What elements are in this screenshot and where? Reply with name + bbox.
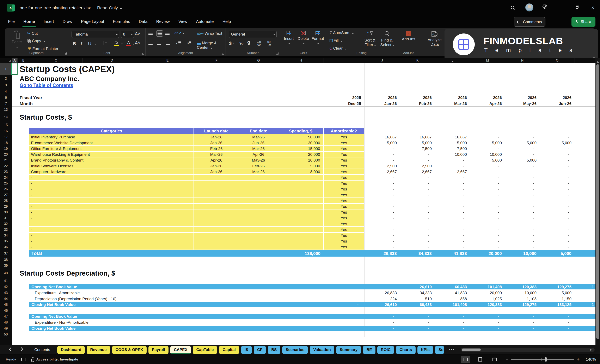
table-cell-category[interactable]: - bbox=[29, 181, 194, 186]
monthly-value[interactable]: - bbox=[505, 215, 540, 221]
table-cell-launch-date[interactable] bbox=[194, 244, 239, 250]
row-header-7[interactable]: 7 bbox=[0, 101, 12, 107]
table-cell-amortizable[interactable]: Yes bbox=[324, 192, 364, 198]
menu-tab-home[interactable]: Home bbox=[19, 16, 39, 28]
decrease-font-icon[interactable]: A˅ bbox=[135, 40, 141, 46]
monthly-value[interactable]: - bbox=[470, 163, 505, 169]
table-cell-category[interactable]: - bbox=[29, 244, 194, 250]
monthly-value[interactable]: - bbox=[400, 215, 435, 221]
row-header-4[interactable]: 4 bbox=[0, 88, 12, 95]
table-cell-amortizable[interactable]: Yes bbox=[324, 204, 364, 209]
table-cell-category[interactable]: - bbox=[29, 227, 194, 233]
cut-button[interactable]: ✂ Cut bbox=[27, 31, 38, 36]
monthly-value[interactable]: 5,000 bbox=[400, 140, 435, 146]
table-cell-launch-date[interactable] bbox=[194, 204, 239, 209]
table-cell-end-date[interactable] bbox=[239, 244, 278, 250]
monthly-value[interactable]: - bbox=[435, 198, 470, 204]
table-cell-category[interactable]: - bbox=[29, 221, 194, 227]
table-of-contents-link[interactable]: Go to Table of Contents bbox=[20, 82, 185, 88]
bottom-align-icon[interactable] bbox=[165, 31, 169, 36]
row-header-24[interactable]: 24 bbox=[0, 175, 12, 181]
table-cell-amortizable[interactable]: Yes bbox=[324, 140, 364, 146]
column-header-B[interactable]: B bbox=[18, 58, 29, 63]
row-header-28[interactable]: 28 bbox=[0, 198, 12, 204]
total-monthly-value[interactable]: 5,000 bbox=[540, 250, 575, 257]
monthly-value[interactable]: - bbox=[400, 198, 435, 204]
row-header-50[interactable]: 50 bbox=[0, 331, 12, 337]
monthly-value[interactable]: - bbox=[400, 175, 435, 181]
table-cell-spending[interactable] bbox=[278, 181, 324, 186]
table-cell-launch-date[interactable] bbox=[194, 175, 239, 181]
user-avatar[interactable] bbox=[525, 3, 534, 12]
accessibility-status[interactable]: Accessibility: Investigate bbox=[31, 357, 78, 362]
sheet-tab-is[interactable]: IS bbox=[241, 346, 252, 354]
workbook-statistics-icon[interactable] bbox=[21, 358, 25, 361]
total-monthly-value[interactable]: 20,000 bbox=[470, 250, 505, 257]
monthly-value[interactable]: - bbox=[470, 192, 505, 198]
analyze-data-button[interactable]: Analyze Data bbox=[425, 31, 444, 47]
table-header-categories[interactable]: Categories bbox=[29, 128, 194, 134]
fiscal-year-value[interactable]: 2025 bbox=[324, 95, 364, 101]
row-header-41[interactable]: 41 bbox=[0, 278, 12, 284]
middle-align-icon[interactable] bbox=[156, 30, 163, 36]
currency-format-icon[interactable]: $ bbox=[229, 41, 234, 46]
sheet-tab-cf[interactable]: CF bbox=[254, 346, 266, 354]
delete-cells-button[interactable]: Delete bbox=[297, 31, 310, 45]
table-cell-launch-date[interactable] bbox=[194, 198, 239, 204]
zoom-slider[interactable]: − + bbox=[504, 356, 581, 363]
monthly-value[interactable]: - bbox=[364, 215, 400, 221]
table-cell-category[interactable]: - bbox=[29, 238, 194, 244]
row-header-44[interactable]: 44 bbox=[0, 296, 12, 302]
paste-button[interactable]: Paste bbox=[9, 30, 24, 49]
top-align-icon[interactable] bbox=[149, 31, 153, 36]
worksheet[interactable]: ABCDEFGHIJKLMNO 123467131415161718192021… bbox=[0, 58, 600, 345]
font-family-select[interactable]: Tahoma bbox=[72, 31, 119, 38]
zoom-out-icon[interactable]: − bbox=[506, 356, 508, 363]
monthly-value[interactable]: - bbox=[540, 186, 575, 192]
monthly-value[interactable]: - bbox=[540, 244, 575, 250]
table-cell-launch-date[interactable]: Apr-26 bbox=[194, 157, 239, 163]
monthly-value[interactable]: - bbox=[400, 209, 435, 215]
table-cell-spending[interactable] bbox=[278, 204, 324, 209]
monthly-value[interactable]: - bbox=[364, 146, 400, 152]
column-header-D[interactable]: D bbox=[83, 58, 141, 63]
table-cell-launch-date[interactable] bbox=[194, 233, 239, 238]
row-header-43[interactable]: 43 bbox=[0, 290, 12, 296]
fiscal-year-value[interactable]: 2026 bbox=[435, 95, 470, 101]
clipboard-dialog-launcher[interactable] bbox=[65, 53, 67, 55]
table-cell-launch-date[interactable] bbox=[194, 215, 239, 221]
monthly-value[interactable]: - bbox=[505, 204, 540, 209]
sheet-tab-contents[interactable]: Contents bbox=[29, 346, 56, 354]
monthly-value[interactable]: - bbox=[400, 204, 435, 209]
monthly-value[interactable]: - bbox=[435, 204, 470, 209]
table-header-amortizable-[interactable]: Amortizable? bbox=[324, 128, 364, 134]
minimize-button[interactable]: — bbox=[556, 3, 566, 12]
monthly-value[interactable]: - bbox=[400, 227, 435, 233]
table-cell-end-date[interactable]: Feb-26 bbox=[239, 163, 278, 169]
monthly-value[interactable]: - bbox=[400, 152, 435, 157]
table-cell-launch-date[interactable]: Jan-26 bbox=[194, 169, 239, 175]
table-cell-spending[interactable]: 20,000 bbox=[278, 152, 324, 157]
monthly-value[interactable]: 16,667 bbox=[400, 134, 435, 140]
table-cell-end-date[interactable]: Mar-26 bbox=[239, 146, 278, 152]
increase-font-icon[interactable]: A˄ bbox=[135, 31, 141, 36]
table-cell-category[interactable]: Computer Hardware bbox=[29, 169, 194, 175]
dep-value[interactable]: - bbox=[364, 314, 400, 319]
dep-value[interactable]: 101,408 bbox=[435, 302, 470, 308]
table-cell-amortizable[interactable]: Yes bbox=[324, 175, 364, 181]
monthly-value[interactable]: - bbox=[540, 169, 575, 175]
column-header-O[interactable]: O bbox=[540, 58, 575, 63]
table-cell-spending[interactable] bbox=[278, 221, 324, 227]
monthly-value[interactable]: - bbox=[364, 244, 400, 250]
month-value[interactable]: Feb-26 bbox=[400, 101, 435, 107]
sheet-tab-cogs-opex[interactable]: COGS & OPEX bbox=[112, 346, 147, 354]
table-cell-spending[interactable]: 15,000 bbox=[278, 146, 324, 152]
table-cell-end-date[interactable] bbox=[239, 227, 278, 233]
dep-value[interactable]: 26,833 bbox=[364, 290, 400, 296]
dep-value[interactable]: - bbox=[364, 284, 400, 290]
row-header-29[interactable]: 29 bbox=[0, 204, 12, 209]
monthly-value[interactable]: - bbox=[505, 163, 540, 169]
table-cell-amortizable[interactable]: Yes bbox=[324, 209, 364, 215]
monthly-value[interactable]: - bbox=[470, 175, 505, 181]
table-cell-launch-date[interactable] bbox=[194, 186, 239, 192]
